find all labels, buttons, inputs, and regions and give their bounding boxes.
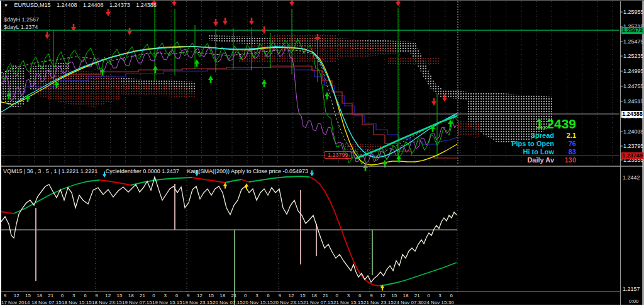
- day-low-label: $dayL 1.2374: [4, 24, 38, 31]
- info-label: Pips to Open: [511, 140, 554, 147]
- hour-label: 18: [219, 293, 225, 298]
- date-label: 24 Nov 07:30: [394, 300, 424, 305]
- day-high-label: $dayH 1.2567: [4, 16, 39, 23]
- ohlc-close: 1.24388: [136, 2, 157, 8]
- date-label: 17 Nov 2014: [1, 300, 30, 305]
- symbol-timeframe: EURUSD,M15: [14, 2, 50, 8]
- hour-label: 15: [208, 293, 214, 298]
- hour-label: 21: [414, 293, 420, 298]
- hour-label: 9: [279, 293, 281, 298]
- hour-label: 15: [25, 293, 31, 298]
- hour-label: 21: [48, 293, 53, 298]
- price-marker[interactable]: 1.23749: [621, 152, 643, 159]
- kairi-label: Kairi(SMA((200)) Apply to Close price -0…: [187, 168, 308, 174]
- collapse-triangle-icon[interactable]: ▼: [4, 3, 8, 8]
- price-tick: 1.25955: [623, 9, 644, 15]
- price-tick: 1.25235: [623, 53, 644, 59]
- hour-label: 3: [72, 293, 75, 298]
- hour-label: 12: [14, 293, 19, 298]
- hour-label: 18: [36, 293, 42, 298]
- hour-label: 18: [128, 293, 134, 298]
- mt4-terminal-window: ▼ EURUSD,M15 1.24408 1.24408 1.24373 1.2…: [0, 0, 644, 306]
- date-label: 18 Nov 23:15: [92, 300, 122, 305]
- price-tick: 1.24515: [623, 98, 644, 105]
- info-value: 2.1: [560, 132, 576, 139]
- info-label: Daily Av: [527, 156, 554, 164]
- indicator-axis-top: 1.2442: [623, 174, 640, 181]
- hour-label: 3: [255, 293, 258, 298]
- hour-label: 9: [187, 293, 189, 298]
- info-row: Daily Av130: [511, 156, 576, 164]
- ohlc-high: 1.24408: [83, 2, 104, 8]
- info-label: Hi to Low: [523, 148, 555, 156]
- hour-label: 15: [391, 293, 397, 298]
- date-label: 18 Nov 15:15: [62, 300, 92, 305]
- hour-label: 15: [117, 293, 123, 298]
- hour-label: 21: [231, 293, 237, 298]
- hline-price-label[interactable]: 1.23799: [325, 151, 352, 159]
- indicator-panel-region[interactable]: [1, 167, 620, 292]
- hour-label: 6: [267, 293, 269, 298]
- date-label: 20 Nov 15:15: [243, 300, 273, 305]
- hour-label: 18: [311, 293, 317, 298]
- hour-label: 6: [84, 293, 86, 298]
- info-value: 76: [560, 140, 576, 147]
- hour-label: 0: [152, 293, 155, 298]
- hour-label: 0: [336, 293, 338, 298]
- hour-label: 0: [427, 293, 430, 298]
- cycleidentifier-label: CycleIdentifier 0.0000 1.2437: [106, 168, 179, 174]
- date-label: 18 Nov 07:15: [31, 300, 62, 305]
- hour-label: 6: [358, 293, 361, 298]
- hour-label: 21: [323, 293, 328, 298]
- date-label: 20 Nov 07:15: [213, 300, 243, 305]
- price-marker[interactable]: 1.25672: [621, 27, 643, 34]
- date-label: 21 Nov 07:15: [303, 300, 333, 305]
- date-label: 19 Nov 07:15: [122, 300, 152, 305]
- price-marker[interactable]: 1.24388: [621, 111, 643, 118]
- hour-label: 3: [438, 293, 441, 298]
- hour-label: 3: [164, 293, 167, 298]
- hour-label: 6: [175, 293, 178, 298]
- price-tick: 1.24035: [623, 128, 644, 135]
- hour-label: 9: [95, 293, 97, 298]
- date-label: 19 Nov 15:15: [152, 300, 182, 305]
- price-tick: 1.23795: [623, 143, 644, 149]
- price-tick: 1.24995: [623, 68, 644, 74]
- price-tick: 1.25475: [623, 38, 644, 45]
- hour-label: 12: [105, 293, 111, 298]
- hour-label: 6: [450, 293, 453, 298]
- info-row: Spread2.1: [511, 132, 576, 139]
- hour-label: 9: [4, 293, 6, 298]
- hour-label: 18: [403, 293, 409, 298]
- price-tick: 1.24755: [623, 83, 644, 89]
- market-info-panel: 1.2439 Spread2.1Pips to Open76Hi to Low8…: [511, 116, 576, 164]
- date-label: 19 Nov 23:15: [182, 300, 213, 305]
- ohlc-open: 1.24408: [57, 2, 77, 8]
- indicator-header: VQM15 | 36 , 3 . 5 , 1 | 1.2221 1.2221 C…: [3, 168, 314, 175]
- info-label: Spread: [531, 132, 554, 139]
- hour-label: 9: [370, 293, 372, 298]
- hour-label: 21: [140, 293, 145, 298]
- date-label: 20 Nov 23:15: [273, 300, 303, 305]
- hour-label: 15: [300, 293, 306, 298]
- hour-label: 0: [61, 293, 64, 298]
- hour-label: 12: [197, 293, 203, 298]
- chart-title: ▼ EURUSD,M15 1.24408 1.24408 1.24373 1.2…: [4, 2, 161, 9]
- info-row: Hi to Low83: [511, 148, 576, 156]
- hour-label: 3: [347, 293, 350, 298]
- indicator-axis-bottom: 1.2157: [623, 286, 640, 292]
- date-label: 24 Nov 15:30: [424, 300, 454, 305]
- hour-label: 12: [289, 293, 294, 298]
- info-value: 83: [560, 148, 576, 156]
- ohlc-low: 1.24373: [109, 2, 130, 8]
- info-value: 130: [560, 156, 576, 164]
- vq-indicator-label: VQM15 | 36 , 3 . 5 , 1 | 1.2221 1.2221: [3, 168, 97, 174]
- current-price: 1.2439: [511, 116, 576, 131]
- hour-label: 0: [244, 293, 247, 298]
- time-axis-corner: 0:00: [629, 298, 639, 304]
- date-label: 21 Nov 15:15: [333, 300, 364, 305]
- date-label: 21 Nov 23:15: [364, 300, 394, 305]
- info-row: Pips to Open76: [511, 140, 576, 147]
- hour-label: 12: [380, 293, 386, 298]
